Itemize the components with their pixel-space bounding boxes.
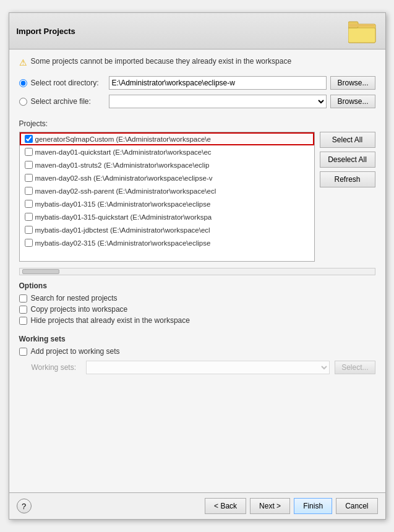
project-checkbox-0[interactable] xyxy=(25,135,33,143)
project-checkbox-5[interactable] xyxy=(25,200,33,208)
project-checkbox-6[interactable] xyxy=(25,213,33,221)
root-directory-label[interactable]: Select root directory: xyxy=(31,79,105,87)
project-label-2[interactable]: maven-day01-struts2 (E:\Administrator\wo… xyxy=(35,161,210,169)
project-item-8[interactable]: mybatis-day02-315 (E:\Administrator\work… xyxy=(20,236,314,249)
project-label-6[interactable]: mybatis-day01-315-quickstart (E:\Adminis… xyxy=(35,213,212,221)
warning-icon: ⚠ xyxy=(19,58,27,67)
footer-right: < Back Next > Finish Cancel xyxy=(205,498,377,514)
project-label-5[interactable]: mybatis-day01-315 (E:\Administrator\work… xyxy=(35,200,211,208)
projects-container: generatorSqlmapCustom (E:\Administrator\… xyxy=(19,132,375,262)
working-sets-dropdown[interactable] xyxy=(86,361,330,374)
project-item-2[interactable]: maven-day01-struts2 (E:\Administrator\wo… xyxy=(20,158,314,171)
deselect-all-button[interactable]: Deselect All xyxy=(320,152,375,168)
add-working-sets-label[interactable]: Add project to working sets xyxy=(31,347,120,356)
project-checkbox-7[interactable] xyxy=(25,226,33,234)
copy-projects-row: Copy projects into workspace xyxy=(19,305,375,314)
root-directory-input[interactable] xyxy=(109,76,327,90)
project-label-1[interactable]: maven-day01-quickstart (E:\Administrator… xyxy=(35,148,212,156)
working-sets-title: Working sets xyxy=(19,335,375,343)
svg-rect-4 xyxy=(349,24,374,27)
archive-file-radio[interactable] xyxy=(19,98,27,106)
archive-file-browse-button[interactable]: Browse... xyxy=(330,95,375,108)
nested-projects-checkbox[interactable] xyxy=(19,294,27,302)
add-working-sets-checkbox[interactable] xyxy=(19,348,27,356)
back-button[interactable]: < Back xyxy=(205,498,246,514)
add-to-working-sets-row: Add project to working sets xyxy=(19,347,375,356)
dialog-header: Import Projects xyxy=(9,13,385,49)
project-checkbox-8[interactable] xyxy=(25,239,33,247)
side-buttons: Select All Deselect All Refresh xyxy=(320,132,375,262)
project-label-0[interactable]: generatorSqlmapCustom (E:\Administrator\… xyxy=(35,135,211,143)
copy-projects-checkbox[interactable] xyxy=(19,306,27,314)
dialog-footer: ? < Back Next > Finish Cancel xyxy=(9,492,385,519)
project-label-4[interactable]: maven-day02-ssh-parent (E:\Administrator… xyxy=(35,187,216,195)
help-button[interactable]: ? xyxy=(17,499,32,513)
project-label-3[interactable]: maven-day02-ssh (E:\Administrator\worksp… xyxy=(35,174,213,182)
working-sets-select-button[interactable]: Select... xyxy=(335,361,375,374)
cancel-button[interactable]: Cancel xyxy=(336,498,377,514)
project-label-7[interactable]: mybatis-day01-jdbctest (E:\Administrator… xyxy=(35,226,210,234)
import-projects-dialog: Import Projects ⚠ Some projects cannot b… xyxy=(9,12,386,520)
project-item-4[interactable]: maven-day02-ssh-parent (E:\Administrator… xyxy=(20,184,314,197)
archive-file-row: Select archive file: Browse... xyxy=(19,95,375,108)
project-checkbox-3[interactable] xyxy=(25,174,33,182)
warning-text: Some projects cannot be imported because… xyxy=(31,57,292,66)
project-checkbox-4[interactable] xyxy=(25,187,33,195)
nested-projects-label[interactable]: Search for nested projects xyxy=(31,294,118,302)
next-button[interactable]: Next > xyxy=(250,498,290,514)
dialog-title: Import Projects xyxy=(17,27,75,36)
root-directory-row: Select root directory: Browse... xyxy=(19,76,375,90)
working-sets-section: Working sets Add project to working sets… xyxy=(19,335,375,374)
hide-existing-label[interactable]: Hide projects that already exist in the … xyxy=(31,316,190,325)
project-checkbox-2[interactable] xyxy=(25,161,33,169)
options-title: Options xyxy=(19,281,375,290)
select-all-button[interactable]: Select All xyxy=(320,132,375,148)
finish-button[interactable]: Finish xyxy=(294,498,332,514)
project-item-5[interactable]: mybatis-day01-315 (E:\Administrator\work… xyxy=(20,197,314,210)
refresh-button[interactable]: Refresh xyxy=(320,171,375,187)
project-item-0[interactable]: generatorSqlmapCustom (E:\Administrator\… xyxy=(20,132,314,145)
horizontal-scrollbar[interactable] xyxy=(19,268,375,275)
dialog-title-text: Import Projects xyxy=(17,27,75,36)
svg-rect-2 xyxy=(348,28,375,43)
hide-existing-row: Hide projects that already exist in the … xyxy=(19,316,375,325)
archive-file-dropdown[interactable] xyxy=(109,95,327,108)
projects-section-label: Projects: xyxy=(19,119,375,128)
working-sets-input-row: Working sets: Select... xyxy=(19,361,375,374)
nested-projects-row: Search for nested projects xyxy=(19,294,375,302)
project-item-7[interactable]: mybatis-day01-jdbctest (E:\Administrator… xyxy=(20,223,314,236)
project-checkbox-1[interactable] xyxy=(25,148,33,156)
dialog-body: ⚠ Some projects cannot be imported becau… xyxy=(9,49,385,492)
copy-projects-label[interactable]: Copy projects into workspace xyxy=(31,305,128,314)
project-item-3[interactable]: maven-day02-ssh (E:\Administrator\worksp… xyxy=(20,171,314,184)
project-item-1[interactable]: maven-day01-quickstart (E:\Administrator… xyxy=(20,145,314,158)
archive-file-label[interactable]: Select archive file: xyxy=(31,97,105,106)
project-label-8[interactable]: mybatis-day02-315 (E:\Administrator\work… xyxy=(35,239,211,247)
hide-existing-checkbox[interactable] xyxy=(19,317,27,325)
warning-row: ⚠ Some projects cannot be imported becau… xyxy=(19,57,375,67)
options-section: Options Search for nested projects Copy … xyxy=(19,281,375,327)
working-sets-label: Working sets: xyxy=(32,363,81,372)
folder-icon xyxy=(348,18,378,44)
projects-list[interactable]: generatorSqlmapCustom (E:\Administrator\… xyxy=(19,132,315,262)
footer-left: ? xyxy=(17,499,32,513)
root-directory-radio[interactable] xyxy=(19,79,27,87)
root-directory-browse-button[interactable]: Browse... xyxy=(330,76,375,90)
project-item-6[interactable]: mybatis-day01-315-quickstart (E:\Adminis… xyxy=(20,210,314,223)
